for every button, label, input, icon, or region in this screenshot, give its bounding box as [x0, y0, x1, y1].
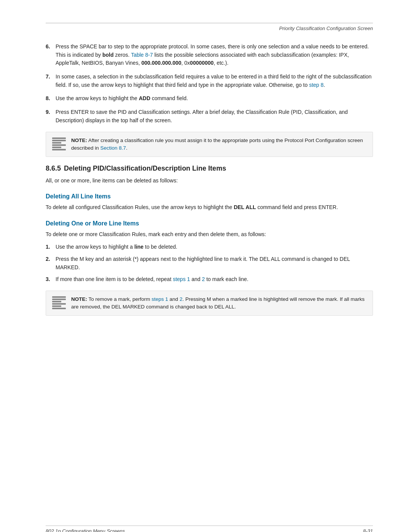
note-line	[52, 149, 66, 150]
delete-step-3: 3. If more than one line item is to be d…	[46, 275, 373, 284]
delete-step-1-content: Use the arrow keys to highlight a line t…	[56, 243, 177, 251]
header-text: Priority Classification Configuration Sc…	[46, 26, 373, 31]
step-8-num: 8.	[46, 94, 54, 103]
note-line	[52, 140, 66, 141]
deleting-one-heading: Deleting One or More Line Items	[46, 220, 373, 227]
deleting-all-heading: Deleting All Line Items	[46, 193, 373, 200]
step-9: 9. Press ENTER to save the PID and Class…	[46, 108, 373, 125]
note-line	[52, 301, 61, 302]
step-6-num: 6.	[46, 43, 54, 51]
footer: 802.1p Configuration Menu Screens 8-31	[46, 528, 373, 532]
delete-step-1-num: 1.	[46, 243, 54, 251]
step-7-num: 7.	[46, 73, 54, 81]
page: Priority Classification Configuration Sc…	[0, 0, 411, 532]
step-6-content: Press the SPACE bar to step to the appro…	[56, 43, 373, 67]
note2-step-2-link[interactable]: 2	[180, 296, 183, 302]
delete-step-3-num: 3.	[46, 275, 54, 284]
note-box-2: NOTE: To remove a mark, perform steps 1 …	[46, 291, 373, 316]
note-2-text: NOTE: To remove a mark, perform steps 1 …	[71, 296, 366, 311]
section-num: 8.6.5	[46, 165, 61, 172]
delete-step-3-content: If more than one line item is to be dele…	[56, 275, 249, 284]
note-line	[52, 142, 61, 144]
footer-right: 8-31	[363, 528, 373, 532]
footer-rule	[46, 526, 373, 526]
note-line	[52, 296, 66, 298]
note-line	[52, 299, 66, 300]
note-1-text: NOTE: After creating a classification ru…	[71, 137, 366, 152]
note-line	[52, 303, 66, 305]
section-865-heading: 8.6.5Deleting PID/Classification/Descrip…	[46, 165, 373, 173]
step-8: 8. Use the arrow keys to highlight the A…	[46, 94, 373, 103]
delete-step-1: 1. Use the arrow keys to highlight a lin…	[46, 243, 373, 251]
main-steps-list: 6. Press the SPACE bar to step to the ap…	[46, 43, 373, 125]
note-line	[52, 137, 66, 139]
footer-left: 802.1p Configuration Menu Screens	[46, 528, 125, 532]
note-line	[52, 308, 66, 309]
step-6: 6. Press the SPACE bar to step to the ap…	[46, 43, 373, 67]
note2-steps-1-link[interactable]: steps 1	[151, 296, 168, 302]
note-line	[52, 144, 66, 146]
step-9-content: Press ENTER to save the PID and Classifi…	[56, 108, 373, 125]
step-7-content: In some cases, a selection in the subcla…	[56, 73, 373, 89]
section-intro: All, or one or more, line items can be d…	[46, 176, 373, 185]
table-8-7-link[interactable]: Table 8-7	[131, 52, 153, 58]
delete-steps-list: 1. Use the arrow keys to highlight a lin…	[46, 243, 373, 284]
note-line	[52, 305, 61, 307]
delete-step-2: 2. Press the M key and an asterisk (*) a…	[46, 255, 373, 272]
delete-step-2-content: Press the M key and an asterisk (*) appe…	[56, 255, 373, 272]
steps-1-link[interactable]: steps 1	[173, 276, 190, 282]
step-9-num: 9.	[46, 108, 54, 117]
deleting-all-text: To delete all configured Classification …	[46, 203, 373, 211]
step-7: 7. In some cases, a selection in the sub…	[46, 73, 373, 89]
delete-step-2-num: 2.	[46, 255, 54, 264]
step-2-link[interactable]: 2	[202, 276, 205, 282]
section-title: Deleting PID/Classification/Description …	[64, 165, 226, 172]
step-8-link[interactable]: step 8	[309, 82, 323, 88]
section-8-7-link[interactable]: Section 8.7	[100, 145, 126, 151]
note-box-1: NOTE: After creating a classification ru…	[46, 132, 373, 157]
step-8-content: Use the arrow keys to highlight the ADD …	[56, 94, 373, 103]
deleting-one-intro: To delete one or more Classification Rul…	[46, 230, 373, 238]
header-rule	[46, 23, 373, 23]
note-icon-1	[52, 137, 66, 150]
note-icon-2	[52, 296, 66, 309]
note-line	[52, 147, 61, 148]
